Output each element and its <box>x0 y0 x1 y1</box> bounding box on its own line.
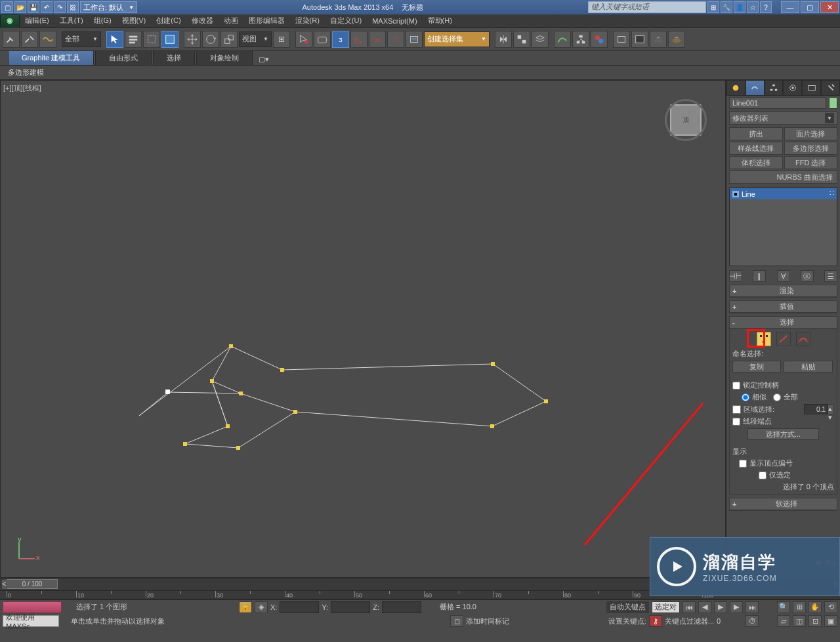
align-icon[interactable] <box>513 31 530 48</box>
save-icon[interactable]: 💾 <box>28 1 39 13</box>
ribbon-tab-graphite[interactable]: Graphite 建模工具 <box>8 50 94 65</box>
config-sets-icon[interactable]: ☰ <box>824 270 837 282</box>
all-radio[interactable] <box>773 393 781 401</box>
zoom-ext-icon[interactable]: ◫ <box>793 615 806 627</box>
help-toggle-icon[interactable]: 🔧 <box>721 1 732 13</box>
setkey-button[interactable]: 设置关键点: <box>608 616 646 626</box>
next-frame-icon[interactable]: ▶ <box>730 601 743 613</box>
minimize-button[interactable]: — <box>781 1 799 13</box>
select-object-icon[interactable] <box>106 31 123 48</box>
mod-btn-volsel[interactable]: 体积选择 <box>729 156 783 169</box>
select-link-icon[interactable] <box>3 31 20 48</box>
pin-stack-icon[interactable]: ⊣⊢ <box>729 270 742 282</box>
similar-radio[interactable] <box>742 393 749 401</box>
current-frame-field[interactable]: 0 <box>717 617 743 625</box>
ref-coord-dropdown[interactable]: 视图▼ <box>239 31 272 47</box>
copy-button[interactable]: 复制 <box>732 361 781 372</box>
scale-icon[interactable] <box>220 31 238 48</box>
menu-animation[interactable]: 动画 <box>219 14 243 28</box>
keyboard-shortcut-icon[interactable] <box>314 31 331 48</box>
hierarchy-panel-tab[interactable] <box>765 80 784 96</box>
open-icon[interactable]: 📂 <box>14 1 26 13</box>
x-field[interactable] <box>280 601 319 613</box>
edit-named-sel-icon[interactable] <box>406 31 423 48</box>
min-viewport-icon[interactable]: ▣ <box>824 615 837 627</box>
select-by-name-icon[interactable] <box>125 31 142 48</box>
mirror-icon[interactable] <box>495 31 512 48</box>
mod-btn-splinesel[interactable]: 样条线选择 <box>729 142 783 155</box>
mod-btn-ffdsel[interactable]: FFD 选择 <box>784 156 838 169</box>
search-icon[interactable]: ⊞ <box>707 1 719 13</box>
search-input[interactable]: 键入关键字或短语 <box>588 1 706 13</box>
subobj-segment-icon[interactable] <box>776 332 791 346</box>
modify-panel-tab[interactable] <box>746 80 765 96</box>
ribbon-minimize-icon[interactable]: ▢▾ <box>257 53 271 65</box>
maxscript-listener[interactable]: 欢迎使用 MAXSc <box>3 615 59 627</box>
time-slider-handle[interactable]: 0 / 100 <box>7 579 58 589</box>
ribbon-tab-selection[interactable]: 选择 <box>153 50 195 65</box>
bind-spacewarp-icon[interactable] <box>39 31 56 48</box>
add-time-tag[interactable]: 添加时间标记 <box>466 616 509 626</box>
area-sel-checkbox[interactable] <box>732 405 741 414</box>
only-selected-checkbox[interactable] <box>759 471 766 479</box>
viewport[interactable]: [+][顶][线框] 顶 <box>0 80 726 578</box>
menu-edit[interactable]: 编辑(E) <box>20 14 54 28</box>
menu-rendering[interactable]: 渲染(R) <box>290 14 325 28</box>
z-field[interactable] <box>382 601 421 613</box>
trackbar-marker[interactable] <box>3 601 62 613</box>
spinner-snap-icon[interactable] <box>387 31 404 48</box>
schematic-view-icon[interactable] <box>572 31 589 48</box>
area-spinner[interactable]: ▴▾ <box>828 404 834 414</box>
select-by-button[interactable]: 选择方式... <box>747 428 819 440</box>
time-config-icon[interactable]: ⏱ <box>746 615 759 627</box>
ribbon-tab-freeform[interactable]: 自由形式 <box>95 50 152 65</box>
help-icon[interactable]: ? <box>760 1 772 13</box>
material-editor-icon[interactable] <box>591 31 608 48</box>
utilities-panel-tab[interactable] <box>821 80 840 96</box>
modifier-list-dropdown[interactable]: 修改器列表▼ <box>729 111 837 125</box>
mod-btn-extrude[interactable]: 挤出 <box>729 127 783 140</box>
undo-icon[interactable]: ↶ <box>41 1 52 13</box>
show-result-icon[interactable]: ∥ <box>753 270 766 282</box>
lock-selection-icon[interactable]: 🔓 <box>239 601 252 613</box>
subobj-spline-icon[interactable] <box>796 332 810 346</box>
curve-editor-icon[interactable] <box>554 31 571 48</box>
manipulate-icon[interactable] <box>295 31 312 48</box>
show-vertex-num-checkbox[interactable] <box>739 460 747 468</box>
key-filters-button[interactable]: 关键点过滤器... <box>665 616 714 626</box>
menu-grapheditors[interactable]: 图形编辑器 <box>243 14 290 28</box>
object-name-field[interactable] <box>729 97 826 109</box>
remove-mod-icon[interactable]: ⓧ <box>801 270 814 282</box>
mod-btn-polysel[interactable]: 多边形选择 <box>784 142 838 155</box>
render-prod-icon[interactable] <box>668 31 685 48</box>
pan-icon[interactable]: ✋ <box>808 601 822 613</box>
menu-views[interactable]: 视图(V) <box>117 14 152 28</box>
layer-manager-icon[interactable] <box>532 31 549 48</box>
time-slider-left-icon[interactable]: < <box>1 579 7 590</box>
max-viewport-icon[interactable]: ⊡ <box>808 615 822 627</box>
orbit-icon[interactable]: ⟲ <box>824 601 837 613</box>
isolate-icon[interactable]: ◻ <box>450 615 463 627</box>
render-icon[interactable] <box>650 31 667 48</box>
link-icon[interactable]: ⛓ <box>67 1 79 13</box>
menu-customize[interactable]: 自定义(U) <box>325 14 367 28</box>
unlink-icon[interactable] <box>21 31 38 48</box>
goto-start-icon[interactable]: ⏮ <box>682 601 696 613</box>
redo-icon[interactable]: ↷ <box>54 1 66 13</box>
rect-region-icon[interactable] <box>143 31 160 48</box>
stack-item-line[interactable]: ■Line∷ <box>730 188 837 199</box>
star-icon[interactable]: ☆ <box>747 1 759 13</box>
window-crossing-icon[interactable] <box>161 31 178 48</box>
goto-end-icon[interactable]: ⏭ <box>746 601 759 613</box>
object-color-swatch[interactable] <box>829 97 837 109</box>
selection-filter-dropdown[interactable]: 全部▼ <box>62 31 101 47</box>
menu-create[interactable]: 创建(C) <box>151 14 186 28</box>
y-field[interactable] <box>331 601 370 613</box>
percent-snap-icon[interactable]: % <box>369 31 386 48</box>
play-icon[interactable]: ▶ <box>714 601 727 613</box>
maximize-button[interactable]: ▢ <box>801 1 819 13</box>
mod-btn-patchsel[interactable]: 面片选择 <box>784 127 838 140</box>
snap-toggle-icon[interactable]: 3 <box>332 31 349 48</box>
zoom-all-icon[interactable]: ⊞ <box>793 601 806 613</box>
autokey-button[interactable]: 自动关键点 <box>606 601 649 613</box>
